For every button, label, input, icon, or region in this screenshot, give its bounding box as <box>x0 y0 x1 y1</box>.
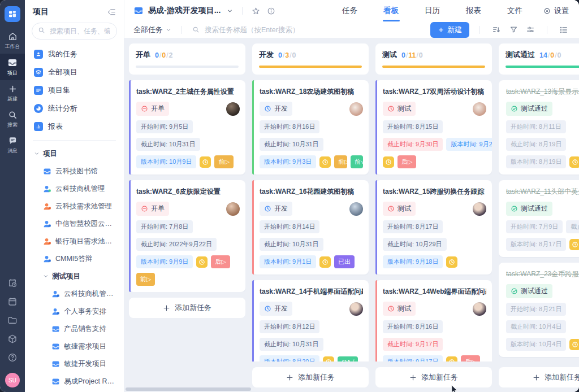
tag-badge: 前▷ <box>136 273 155 286</box>
sort-button[interactable] <box>490 24 503 36</box>
calendar-icon[interactable] <box>7 297 18 307</box>
sidebar-project[interactable]: 云科技商机管理1 <box>25 285 124 303</box>
task-card[interactable]: task:WARZ_14Web端界面适配问题处理测试开始时间: 8月16日截止时… <box>375 280 492 361</box>
task-card[interactable]: task:WARZ_6皮肤限定设置开单开始时间: 7月8日截止时间: 2022年… <box>129 180 245 292</box>
task-card[interactable]: task:WARZ_2主城任务属性设置开单开始时间: 9月5日截止时间: 10月… <box>129 80 245 175</box>
filter-button[interactable] <box>507 24 520 36</box>
rail-item-workbench[interactable]: 工作台 <box>0 28 25 54</box>
chevron-down-icon[interactable] <box>227 8 233 14</box>
add-task-button[interactable]: 添加新任务 <box>252 367 369 387</box>
task-card[interactable]: task:WARZ_16花园建筑图初稿开发开始时间: 8月14日截止时间: 10… <box>252 180 369 275</box>
project-label: 敏捷需求项目 <box>64 342 106 351</box>
help-icon[interactable] <box>7 352 18 363</box>
sidebar-project[interactable]: 敏捷需求项目 <box>25 338 124 355</box>
rail-item-create[interactable]: 新建 <box>0 80 25 106</box>
task-card[interactable]: task:WARZ_13海景显示任务测试通过开始时间: 8月11日截止时间: 8… <box>499 80 579 175</box>
column-header[interactable]: 测试通过14/0/0 <box>499 43 579 75</box>
rail-item-messages[interactable]: 消息 <box>0 132 25 158</box>
sidebar-item-all-projects[interactable]: 全部项目 <box>25 63 124 81</box>
task-title: task:WARZ_16花园建筑图初稿 <box>260 186 363 197</box>
sidebar-item-project-sets[interactable]: 项目集 <box>25 81 124 99</box>
add-task-label: 添加新任务 <box>421 372 458 382</box>
horizontal-scrollbar[interactable] <box>126 387 251 391</box>
column-header[interactable]: 开单0/0/2 <box>129 43 245 75</box>
date-pill: 开始时间: 8月17日 <box>383 220 443 233</box>
sidebar-project[interactable]: 云科技商机管理 <box>25 180 124 198</box>
sidebar-project[interactable]: 银行项目需求池管理 <box>25 233 124 250</box>
sidebar-search-input[interactable] <box>49 27 111 36</box>
column-cards: task:WARZ_18农场建筑图初稿开发开始时间: 8月16日截止时间: 10… <box>252 80 369 361</box>
bar-chart-icon <box>34 122 43 131</box>
rail-item-projects[interactable]: 项目 <box>0 54 25 80</box>
folder-icon[interactable] <box>7 315 18 325</box>
add-task-label: 添加新任务 <box>545 372 579 382</box>
add-task-button[interactable]: 添加新任务 <box>499 367 579 387</box>
status-badge: 测试通过 <box>506 102 552 116</box>
tab-report[interactable]: 报表 <box>466 0 481 21</box>
tab-file[interactable]: 文件 <box>507 0 522 21</box>
sidebar-project[interactable]: 易成Project Risk Ma... <box>25 373 124 390</box>
project-tray-icon <box>51 377 60 386</box>
date-pill: 开始时间: 8月21日 <box>506 303 566 316</box>
project-tray-icon <box>43 167 51 176</box>
sidebar-project[interactable]: 产品销售支持 <box>25 320 124 338</box>
task-title: task:WARZ_23金币跨服使 <box>506 269 579 279</box>
sidebar-project[interactable]: 个人事务安排 <box>25 303 124 320</box>
status-icon <box>264 305 271 312</box>
person-icon <box>43 202 51 211</box>
card-meta-row: 版本时间: 9月18日 <box>383 255 486 268</box>
schedule-icon[interactable] <box>7 278 18 288</box>
user-avatar[interactable]: SU <box>5 373 20 387</box>
task-card[interactable]: task:WARZ_23金币跨服使测试通过开始时间: 8月21日截止时间: 10… <box>499 263 579 357</box>
tab-board[interactable]: 看板 <box>383 0 399 21</box>
task-card[interactable]: task:WARZ_11头部中英文对测试通过开始时间: 7月9日截止时间:版本时… <box>499 180 579 257</box>
app-logo[interactable] <box>5 6 20 22</box>
task-title: task:WARZ_17双周活动设计初稿 <box>383 86 486 97</box>
sidebar-project[interactable]: 云科技图书馆 <box>25 163 124 180</box>
project-group[interactable]: 测试项目 <box>25 268 124 285</box>
sidebar-item-statistics[interactable]: 统计分析 <box>25 99 124 117</box>
tune-button[interactable] <box>524 24 537 36</box>
date-pill: 截止时间: 10月4日 <box>506 320 566 333</box>
task-card[interactable]: task:WARZ_17双周活动设计初稿测试开始时间: 8月15日截止时间: 9… <box>375 80 492 175</box>
sidebar-project[interactable]: 云科技需求池管理 <box>25 198 124 215</box>
tab-calendar[interactable]: 日历 <box>425 0 440 21</box>
page-title[interactable]: 易成-游戏开发项目... <box>148 6 221 16</box>
task-search-input[interactable] <box>204 25 426 34</box>
clock-badge <box>196 256 208 268</box>
rail-item-search[interactable]: 搜索 <box>0 106 25 132</box>
column-header[interactable]: 开发0/3/0 <box>252 43 369 75</box>
package-icon[interactable] <box>7 334 18 344</box>
date-pill: 开始时间: 8月11日 <box>506 120 566 133</box>
sidebar-item-reports[interactable]: 报表 <box>25 117 124 136</box>
tab-task[interactable]: 任务 <box>342 0 357 21</box>
status-badge: 测试 <box>383 302 416 316</box>
sidebar-item-my-tasks[interactable]: 我的任务 <box>25 45 124 63</box>
task-card[interactable]: task:WARZ_14手机端界面适配问题处理开发开始时间: 8月12日截止时间… <box>252 280 369 361</box>
add-task-button[interactable]: 添加新任务 <box>129 298 245 318</box>
new-task-button[interactable]: 新建 <box>430 22 469 38</box>
list-view-button[interactable] <box>558 24 570 36</box>
add-task-button[interactable]: 添加新任务 <box>375 367 492 387</box>
plus-icon <box>8 84 18 94</box>
date-pill: 截止时间: 10月31日 <box>260 138 323 151</box>
star-icon[interactable] <box>252 7 260 15</box>
task-card[interactable]: task:WARZ_15跨服切换任务跟踪测试开始时间: 8月17日截止时间: 1… <box>375 180 492 275</box>
collapse-sidebar-icon[interactable] <box>107 8 116 16</box>
kanban-column-passed: 测试通过14/0/0task:WARZ_13海景显示任务测试通过开始时间: 8月… <box>499 43 579 387</box>
sidebar-search[interactable] <box>32 23 117 40</box>
info-icon[interactable] <box>267 7 275 15</box>
task-card[interactable]: task:WARZ_18农场建筑图初稿开发开始时间: 8月16日截止时间: 10… <box>252 80 369 175</box>
person-icon <box>43 255 51 263</box>
project-section-header[interactable]: 项目 <box>25 145 124 163</box>
sidebar-project[interactable]: 中信智慧校园云平台 <box>25 215 124 233</box>
sidebar-project[interactable]: CMMI5答辩 <box>25 250 124 268</box>
status-badge: 测试通过 <box>506 202 552 216</box>
column-header[interactable]: 测试0/11/0 <box>375 43 492 75</box>
clock-badge <box>319 256 331 268</box>
task-filter-dropdown[interactable]: 全部任务 <box>133 25 171 35</box>
task-title: task:WARZ_15跨服切换任务跟踪 <box>383 186 486 197</box>
sidebar-project[interactable]: 敏捷开发项目 <box>25 355 124 373</box>
settings-button[interactable]: 设置 <box>543 6 569 16</box>
column-title: 测试通过 <box>505 50 535 60</box>
